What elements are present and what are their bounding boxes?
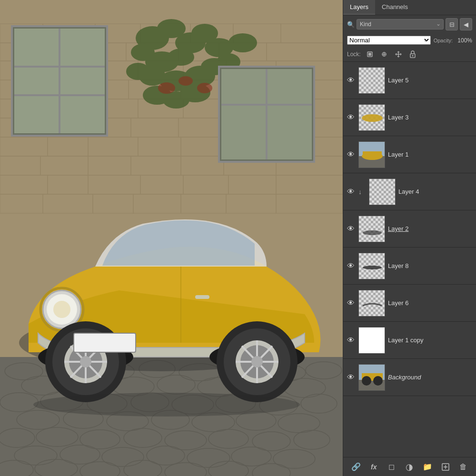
delete-layer-button[interactable]: 🗑: [456, 460, 470, 474]
layer-name: Background: [388, 374, 473, 381]
layer-item[interactable]: 👁 Layer 6: [343, 285, 476, 322]
layer-thumbnail: [358, 104, 385, 131]
lock-row: Lock:: [343, 47, 476, 62]
kind-bar: 🔍 Kind Pixel Adjustment Type Shape Smart…: [343, 15, 476, 33]
svg-point-82: [131, 44, 155, 61]
settings-icon: ⊟: [449, 21, 455, 28]
lock-move-button[interactable]: [393, 49, 404, 60]
fx-button[interactable]: fx: [367, 460, 380, 474]
layer-item[interactable]: 👁 Layer 2: [343, 210, 476, 248]
fx-icon: fx: [371, 463, 377, 471]
svg-point-186: [33, 393, 300, 416]
layer-name: Layer 6: [388, 299, 473, 307]
search-icon: 🔍: [347, 21, 355, 28]
layer-visibility-toggle[interactable]: 👁: [346, 187, 356, 197]
svg-point-183: [251, 356, 263, 367]
layer-visibility-toggle[interactable]: 👁: [346, 76, 356, 85]
layer-thumbnail: [358, 216, 385, 242]
canvas-area: [0, 0, 343, 476]
svg-point-97: [178, 76, 193, 86]
adjustment-icon: ◑: [406, 462, 413, 472]
new-group-button[interactable]: 📁: [421, 460, 434, 474]
layer-visibility-toggle[interactable]: 👁: [346, 224, 356, 234]
layer-visibility-toggle[interactable]: 👁: [346, 113, 356, 122]
lock-all-button[interactable]: [407, 49, 418, 60]
layer-visibility-toggle[interactable]: 👁: [346, 373, 356, 382]
kind-select[interactable]: Kind Pixel Adjustment Type Shape Smart O…: [357, 19, 444, 30]
blend-mode-select[interactable]: Normal Dissolve Multiply Screen Overlay …: [347, 36, 431, 45]
blend-row: Normal Dissolve Multiply Screen Overlay …: [343, 33, 476, 47]
svg-point-172: [80, 356, 91, 367]
add-mask-button[interactable]: ◻: [385, 460, 398, 474]
opacity-label: Opacity:: [434, 38, 453, 43]
adjustment-button[interactable]: ◑: [403, 460, 416, 474]
collapse-button[interactable]: ◀: [460, 18, 472, 30]
panel-footer: 🔗 fx ◻ ◑ 📁 🗑: [343, 457, 476, 476]
lock-pixels-button[interactable]: [365, 49, 375, 60]
layer-visibility-toggle[interactable]: 👁: [346, 261, 356, 271]
blend-mode-wrapper: Normal Dissolve Multiply Screen Overlay …: [347, 36, 431, 45]
layer-settings-button[interactable]: ⊟: [446, 18, 458, 30]
svg-point-192: [362, 114, 383, 122]
layer-item[interactable]: 👁 Layer 8: [343, 248, 476, 285]
new-layer-icon: [441, 463, 450, 471]
layer-name: Layer 8: [388, 262, 473, 269]
svg-point-91: [228, 33, 257, 52]
mask-icon: ◻: [388, 462, 395, 471]
layer-name: Layer 1 copy: [388, 337, 473, 344]
folder-icon: 📁: [423, 462, 432, 471]
lock-label: Lock:: [347, 51, 361, 58]
layer-thumbnail: [358, 141, 385, 168]
trash-icon: 🗑: [459, 463, 467, 471]
svg-point-197: [363, 230, 382, 235]
layer-item[interactable]: 👁 Layer 1: [343, 136, 476, 173]
svg-point-89: [126, 63, 150, 80]
opacity-value: 100%: [456, 37, 472, 44]
tab-channels[interactable]: Channels: [375, 0, 415, 15]
layer-thumbnail: [358, 364, 385, 391]
layer-name: Layer 5: [388, 77, 473, 84]
layers-list: 👁 Layer 5 👁 Layer 3 👁: [343, 62, 476, 457]
svg-rect-184: [74, 333, 136, 352]
link-icon: 🔗: [351, 462, 361, 471]
layer-thumbnail: [358, 67, 385, 94]
layer-name: Layer 3: [388, 114, 473, 121]
layer-name: Layer 4: [398, 188, 473, 195]
tab-channels-label: Channels: [382, 3, 408, 10]
tab-layers[interactable]: Layers: [343, 0, 375, 15]
link-layers-button[interactable]: 🔗: [349, 460, 363, 474]
layer-visibility-toggle[interactable]: 👁: [346, 150, 356, 159]
svg-point-159: [53, 301, 70, 318]
svg-point-202: [362, 376, 371, 386]
layer-clip-indicator: ↓: [358, 188, 366, 196]
new-layer-button[interactable]: [439, 460, 452, 474]
kind-select-wrapper: Kind Pixel Adjustment Type Shape Smart O…: [357, 19, 444, 30]
layer-item[interactable]: 👁 Background: [343, 359, 476, 396]
svg-rect-185: [195, 295, 209, 299]
svg-rect-188: [368, 53, 371, 56]
layer-visibility-toggle[interactable]: 👁: [346, 336, 356, 345]
layers-panel: Layers Channels 🔍 Kind Pixel Adjustment …: [343, 0, 476, 476]
tab-layers-label: Layers: [350, 3, 368, 10]
svg-point-98: [197, 83, 212, 93]
svg-point-191: [412, 55, 413, 57]
svg-point-96: [158, 82, 175, 94]
svg-rect-196: [363, 151, 382, 157]
layer-visibility-toggle[interactable]: 👁: [346, 298, 356, 308]
lock-position-button[interactable]: [379, 49, 389, 60]
layer-thumbnail: [358, 327, 385, 354]
svg-point-198: [363, 266, 382, 269]
panel-tabs: Layers Channels: [343, 0, 476, 15]
layer-item[interactable]: 👁 ↓ Layer 4: [343, 173, 476, 210]
svg-point-203: [373, 376, 383, 386]
layer-item[interactable]: 👁 Layer 1 copy: [343, 322, 476, 359]
layer-name: Layer 2: [388, 225, 473, 232]
layer-thumbnail: [358, 290, 385, 317]
layer-item[interactable]: 👁 Layer 3: [343, 99, 476, 136]
layer-name: Layer 1: [388, 151, 473, 158]
layer-thumbnail: [358, 253, 385, 279]
collapse-icon: ◀: [464, 21, 468, 28]
layer-item[interactable]: 👁 Layer 5: [343, 62, 476, 99]
layer-thumbnail: [369, 178, 396, 205]
